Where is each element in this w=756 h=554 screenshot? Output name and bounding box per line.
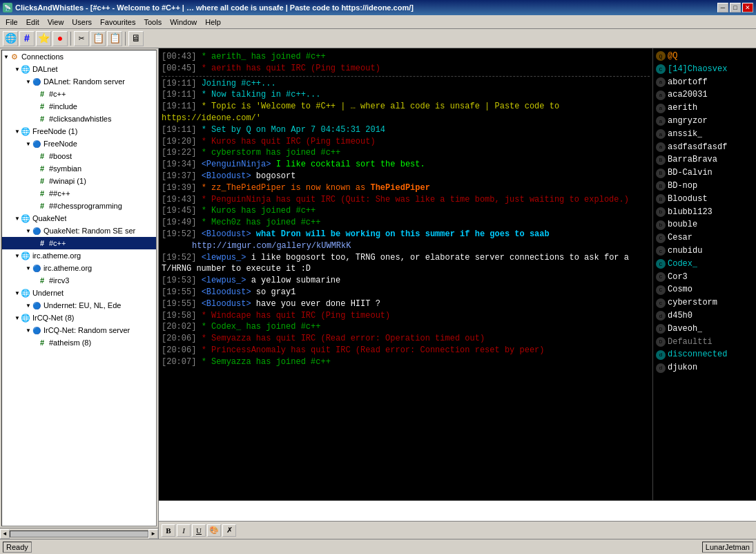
user-name-blubbl123: blubbl123 bbox=[668, 207, 713, 218]
menu-window[interactable]: Window bbox=[166, 17, 201, 28]
toolbar-globe-icon[interactable]: 🌐 bbox=[3, 31, 18, 46]
sidebar-item-symbian[interactable]: # #symbian bbox=[2, 162, 156, 175]
user-item-cyberstorm[interactable]: c cyberstorm bbox=[655, 296, 755, 309]
sidebar-item-ircv3[interactable]: # #ircv3 bbox=[2, 274, 156, 287]
toolbar-red-icon[interactable]: ● bbox=[52, 31, 68, 46]
user-item-Q[interactable]: Q @Q bbox=[655, 50, 755, 63]
sidebar-scroll-track[interactable] bbox=[10, 531, 148, 537]
hashcpp-label: ##c++ bbox=[49, 189, 70, 198]
menu-users[interactable]: Users bbox=[68, 17, 96, 28]
sidebar-item-quakenet-cpp[interactable]: # #c++ bbox=[2, 237, 156, 249]
sidebar-item-undernet[interactable]: ▼ 🌐 Undernet bbox=[2, 287, 156, 299]
winapi-icon: # bbox=[37, 175, 48, 187]
sidebar-item-freenode[interactable]: ▼ 🌐 FreeNode (1) bbox=[2, 125, 156, 137]
sidebar-item-winapi[interactable]: # #winapi (1) bbox=[2, 175, 156, 187]
user-item-barrabrava[interactable]: B BarraBrava bbox=[655, 153, 755, 166]
user-name-asdf: asdfasdfasdf bbox=[668, 142, 727, 153]
sidebar-item-atheme[interactable]: ▼ 🌐 irc.atheme.org bbox=[2, 249, 156, 262]
sidebar-item-connections[interactable]: ▼ ⚙ Connections bbox=[2, 50, 156, 63]
sidebar-item-atheme-server[interactable]: ▼ 🔵 irc.atheme.org bbox=[2, 262, 156, 274]
maximize-button[interactable]: □ bbox=[730, 3, 741, 12]
user-item-bdnop[interactable]: B BD-nop bbox=[655, 180, 755, 193]
user-item-bdcalvin[interactable]: B BD-Calvin bbox=[655, 166, 755, 180]
user-item-defaultti[interactable]: D Defaultti bbox=[655, 336, 755, 349]
toolbar-hash-icon[interactable]: # bbox=[19, 31, 35, 46]
quakenet-icon: 🌐 bbox=[20, 213, 31, 224]
user-avatar-blubbl123: b bbox=[656, 207, 666, 217]
menu-view[interactable]: View bbox=[43, 17, 68, 28]
sidebar-item-undernet-server[interactable]: ▼ 🔵 Undernet: EU, NL, Ede bbox=[2, 299, 156, 312]
format-bold-button[interactable]: B bbox=[162, 524, 175, 537]
user-item-chaosvex[interactable]: C [14]Chaosvex bbox=[655, 63, 755, 76]
menu-edit[interactable]: Edit bbox=[22, 17, 43, 28]
sidebar-item-clicksandwhistles[interactable]: # #clicksandwhistles bbox=[2, 113, 156, 125]
sidebar-item-quakenet[interactable]: ▼ 🌐 QuakeNet bbox=[2, 212, 156, 225]
sidebar: ▼ ⚙ Connections ▼ 🌐 DALnet ▼ 🔵 DALnet: R… bbox=[0, 48, 159, 539]
chat-messages[interactable]: [00:43] * aerith_ has joined #c++ [00:45… bbox=[159, 48, 652, 500]
user-item-djukon[interactable]: d djukon bbox=[655, 361, 755, 374]
user-avatar-bloodust: B bbox=[656, 194, 666, 204]
include-label: #include bbox=[49, 102, 77, 111]
user-item-asdf[interactable]: a asdfasdfasdf bbox=[655, 141, 755, 154]
user-item-bloodust[interactable]: B Bloodust bbox=[655, 193, 755, 206]
minimize-button[interactable]: ─ bbox=[717, 3, 728, 12]
user-item-cnubidu[interactable]: c cnubidu bbox=[655, 245, 755, 258]
user-item-aca20031[interactable]: a aca20031 bbox=[655, 88, 755, 102]
user-item-cosmo[interactable]: C Cosmo bbox=[655, 283, 755, 296]
user-item-disconnected[interactable]: d disconnected bbox=[655, 348, 755, 361]
dalnet-server-icon: 🔵 bbox=[31, 76, 42, 87]
toolbar-cut-icon[interactable]: ✂ bbox=[74, 31, 89, 46]
toolbar-star-icon[interactable]: ⭐ bbox=[36, 31, 51, 46]
sidebar-item-dalnet-server[interactable]: ▼ 🔵 DALnet: Random server bbox=[2, 75, 156, 88]
user-item-bouble[interactable]: b bouble bbox=[655, 218, 755, 231]
menu-tools[interactable]: Tools bbox=[139, 17, 166, 28]
sidebar-item-freenode-server[interactable]: ▼ 🔵 FreeNode bbox=[2, 137, 156, 150]
user-item-daveoh[interactable]: D Daveoh_ bbox=[655, 323, 755, 336]
ircq-icon: 🌐 bbox=[20, 312, 31, 323]
user-avatar-disconnected: d bbox=[656, 350, 666, 360]
user-list[interactable]: Q @Q C [14]Chaosvex a abortoff a aca2003… bbox=[652, 48, 756, 500]
sidebar-item-chess[interactable]: # ##chessprogramming bbox=[2, 200, 156, 212]
menu-file[interactable]: File bbox=[1, 17, 22, 28]
toolbar-copy-icon[interactable]: 📋 bbox=[90, 31, 106, 46]
sidebar-item-ircq-server[interactable]: ▼ 🔵 IrCQ-Net: Random server bbox=[2, 324, 156, 336]
toolbar-paste-icon[interactable]: 📋 bbox=[107, 31, 122, 46]
sidebar-item-dal-cpp[interactable]: # #c++ bbox=[2, 88, 156, 100]
sidebar-item-quakenet-server[interactable]: ▼ 🔵 QuakeNet: Random SE ser bbox=[2, 225, 156, 237]
format-color-button[interactable]: 🎨 bbox=[207, 524, 221, 537]
user-item-cesar[interactable]: C Cesar bbox=[655, 231, 755, 245]
sidebar-item-dalnet[interactable]: ▼ 🌐 DALnet bbox=[2, 63, 156, 75]
format-underline-button[interactable]: U bbox=[192, 524, 206, 537]
sidebar-item-ircq[interactable]: ▼ 🌐 IrCQ-Net (8) bbox=[2, 312, 156, 324]
format-italic-button[interactable]: I bbox=[177, 524, 191, 537]
user-avatar-chaosvex: C bbox=[656, 64, 666, 74]
undernet-icon: 🌐 bbox=[20, 287, 31, 298]
chat-input[interactable] bbox=[159, 501, 756, 521]
sidebar-item-boost[interactable]: # #boost bbox=[2, 150, 156, 162]
sidebar-item-atheism[interactable]: # #atheism (8) bbox=[2, 336, 156, 349]
msg-11: [19:39] * zz_ThePiedPiper is now known a… bbox=[162, 182, 650, 194]
status-user: LunarJetman bbox=[702, 542, 753, 553]
user-item-cor3[interactable]: C Cor3 bbox=[655, 271, 755, 284]
atheme-label: irc.atheme.org bbox=[32, 251, 81, 260]
sidebar-item-hashcpp[interactable]: # ##c++ bbox=[2, 187, 156, 200]
user-item-angryzor[interactable]: a angryzor bbox=[655, 115, 755, 128]
user-item-abortoff[interactable]: a abortoff bbox=[655, 76, 755, 89]
caw-label: #clicksandwhistles bbox=[49, 115, 111, 123]
user-item-d45h0[interactable]: d d45h0 bbox=[655, 309, 755, 323]
close-button[interactable]: ✕ bbox=[742, 3, 753, 12]
toolbar-screen-icon[interactable]: 🖥 bbox=[128, 31, 144, 46]
sidebar-scroll-right[interactable]: ► bbox=[148, 529, 158, 539]
format-clear-button[interactable]: ✗ bbox=[222, 524, 236, 537]
menu-help[interactable]: Help bbox=[201, 17, 225, 28]
sidebar-tree[interactable]: ▼ ⚙ Connections ▼ 🌐 DALnet ▼ 🔵 DALnet: R… bbox=[1, 50, 157, 526]
atheme-icon: 🌐 bbox=[20, 250, 31, 261]
user-item-blubbl123[interactable]: b blubbl123 bbox=[655, 206, 755, 219]
user-item-aerith[interactable]: a aerith bbox=[655, 102, 755, 115]
sidebar-item-include[interactable]: # #include bbox=[2, 100, 156, 113]
user-name-daveoh: Daveoh_ bbox=[668, 323, 702, 335]
menu-favourites[interactable]: Favourites bbox=[96, 17, 139, 28]
sidebar-scroll-left[interactable]: ◄ bbox=[0, 529, 10, 539]
user-item-codex[interactable]: C Codex_ bbox=[655, 258, 755, 271]
user-item-anssik[interactable]: a anssik_ bbox=[655, 128, 755, 141]
